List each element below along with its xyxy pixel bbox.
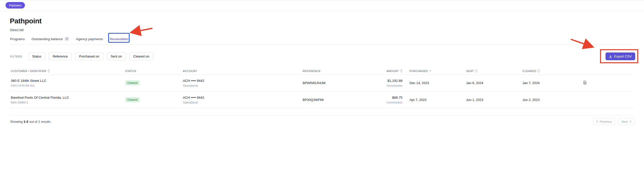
customer-name: 360 E 184th Street LLC: [11, 79, 125, 83]
sent-date: Jan 6, 2024: [466, 81, 522, 85]
next-page-label: Next: [621, 120, 628, 124]
column-header-purchased-label: PURCHASED: [410, 70, 428, 73]
column-header-purchased[interactable]: PURCHASED: [410, 70, 466, 73]
amount-value: $1,192.88: [366, 79, 403, 83]
purchased-date: Apr 7, 2023: [410, 98, 466, 102]
filter-reference-button[interactable]: Reference: [49, 52, 72, 60]
account-number: ACH •••• 9442: [183, 96, 303, 99]
column-header-account-label: ACCOUNT: [183, 70, 197, 73]
filters-toolbar: FILTERS Status Reference Purchased on Se…: [10, 52, 153, 60]
pagination: Previous Next: [593, 118, 635, 125]
amount-type: Commission: [366, 101, 403, 104]
amount-value: $88.75: [366, 96, 403, 99]
sent-date: Jun 1, 2023: [466, 98, 522, 102]
column-header-reference-label: REFERENCE: [303, 70, 320, 73]
filter-purchased-on-button[interactable]: Purchased on: [75, 52, 103, 60]
previous-page-button[interactable]: Previous: [593, 118, 615, 125]
chevron-right-icon: [630, 120, 631, 123]
tab-outstanding-balance[interactable]: Outstanding balance 0: [32, 37, 69, 41]
tab-receivables-label: Receivables: [110, 37, 128, 41]
results-summary: Showing 1-2 out of 2 results: [10, 120, 51, 124]
column-header-status[interactable]: STATUS: [125, 70, 183, 73]
customer-name: Barefoot Pools Of Central Florida, LLC: [11, 96, 125, 99]
table-header-row: CUSTOMER / IDENTIFIER STATUS ACCOUNT REF…: [10, 68, 634, 75]
table-row[interactable]: 360 E 184th Street LLC FSF17475769 001 C…: [10, 75, 634, 91]
cleared-date: Jun 2, 2023: [522, 98, 579, 102]
next-page-button[interactable]: Next: [618, 118, 635, 125]
page-title: Pathpoint: [10, 17, 42, 25]
column-header-customer-label: CUSTOMER / IDENTIFIER: [11, 70, 46, 73]
chevron-left-icon: [596, 120, 598, 123]
status-badge: Cleared: [125, 80, 140, 85]
chevron-down-icon: [429, 70, 431, 72]
receivables-page: { "topbar": { "badge": "Partners" }, "he…: [0, 0, 644, 180]
sort-up-down-icon: [400, 69, 403, 73]
receivables-table: CUSTOMER / IDENTIFIER STATUS ACCOUNT REF…: [10, 68, 634, 108]
document-download-icon: [583, 81, 587, 85]
footer-divider: [10, 115, 634, 115]
customer-identifier: FSF17475769 001: [11, 84, 125, 87]
tab-agency-payments[interactable]: Agency payments: [76, 37, 103, 41]
results-summary-prefix: Showing: [10, 120, 23, 124]
export-csv-label: Export CSV: [614, 54, 632, 58]
tab-bar: Programs Outstanding balance 0 Agency pa…: [10, 37, 128, 41]
column-header-status-label: STATUS: [125, 70, 136, 73]
document-download-button[interactable]: [583, 81, 587, 85]
export-csv-button[interactable]: Export CSV: [606, 52, 635, 60]
column-header-amount[interactable]: AMOUNT: [366, 69, 410, 73]
filters-label: FILTERS: [10, 55, 22, 58]
annotation-arrow-to-receivables-tab: [133, 28, 152, 32]
sort-up-down-icon: [475, 69, 477, 73]
status-badge: Cleared: [125, 97, 140, 102]
download-icon: [609, 55, 612, 58]
filter-status-button[interactable]: Status: [28, 52, 46, 60]
column-header-cleared[interactable]: CLEARED: [522, 69, 579, 73]
account-type: Operational: [183, 101, 303, 104]
filter-button-group: Status Reference Purchased on Sent on Cl…: [28, 52, 153, 60]
reference-value: BP30Q3WFMI: [303, 98, 366, 102]
cleared-date: Jan 7, 2024: [522, 81, 579, 85]
sort-up-down-icon: [48, 69, 50, 73]
tabs-divider: [10, 44, 634, 44]
sort-up-down-icon: [538, 69, 540, 73]
tab-programs[interactable]: Programs: [10, 37, 25, 41]
column-header-reference[interactable]: REFERENCE: [303, 70, 366, 73]
annotation-arrow-to-export-button: [571, 39, 591, 46]
amount-type: Commission: [366, 84, 403, 87]
outstanding-balance-count-badge: 0: [64, 37, 69, 41]
account-type: Operational: [183, 84, 303, 87]
column-header-customer[interactable]: CUSTOMER / IDENTIFIER: [10, 69, 125, 73]
column-header-cleared-label: CLEARED: [522, 70, 536, 73]
column-header-sent-label: SENT: [466, 70, 474, 73]
reference-value: BPW5WLR4JM: [303, 81, 366, 85]
filter-sent-on-button[interactable]: Sent on: [107, 52, 126, 60]
tab-outstanding-balance-label: Outstanding balance: [32, 37, 63, 41]
previous-page-label: Previous: [600, 120, 612, 124]
column-header-amount-label: AMOUNT: [386, 70, 399, 73]
window-top-strip: [0, 0, 644, 1]
account-number: ACH •••• 9442: [183, 79, 303, 83]
column-header-sent[interactable]: SENT: [466, 69, 522, 73]
column-header-account[interactable]: ACCOUNT: [183, 70, 303, 73]
page-subtitle: Direct bill: [10, 28, 23, 32]
purchased-date: Dec 14, 2023: [410, 81, 466, 85]
table-row[interactable]: Barefoot Pools Of Central Florida, LLC B…: [10, 91, 634, 108]
results-summary-suffix: out of 2 results: [29, 120, 51, 124]
filter-cleared-on-button[interactable]: Cleared on: [129, 52, 153, 60]
customer-identifier: BAS-20690-1: [11, 101, 125, 104]
tab-receivables[interactable]: Receivables: [110, 37, 128, 41]
results-range: 1-2: [24, 120, 28, 124]
topbar-divider: [0, 11, 644, 11]
partners-badge[interactable]: Partners: [6, 2, 25, 9]
